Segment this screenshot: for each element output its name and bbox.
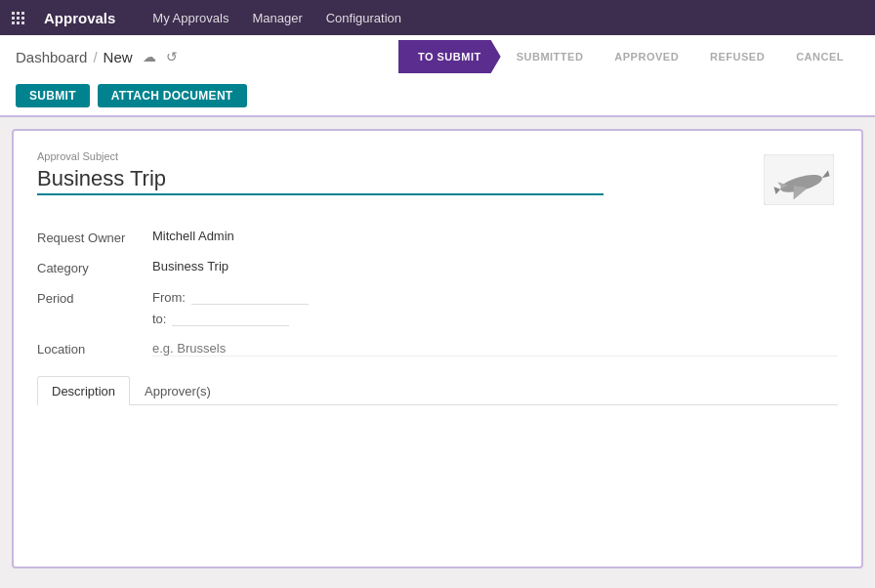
period-to-row: to:: [152, 311, 838, 326]
attach-document-button[interactable]: ATTACH DOCUMENT: [98, 84, 247, 107]
app-title: Approvals: [44, 10, 115, 26]
tab-approvers[interactable]: Approver(s): [130, 376, 226, 405]
period-from-input[interactable]: [191, 289, 309, 305]
action-buttons: SUBMIT ATTACH DOCUMENT: [0, 78, 875, 115]
location-label: Location: [37, 340, 145, 357]
breadcrumb-separator: /: [93, 49, 97, 65]
category-label: Category: [37, 259, 145, 275]
submit-button[interactable]: SUBMIT: [16, 84, 90, 107]
tab-description[interactable]: Description: [37, 376, 130, 405]
status-to-submit[interactable]: TO SUBMIT: [398, 40, 501, 73]
subject-input[interactable]: [37, 166, 604, 195]
request-owner-value[interactable]: Mitchell Admin: [152, 229, 838, 245]
status-submitted[interactable]: SUBMITTED: [501, 40, 600, 73]
request-owner-label: Request Owner: [37, 229, 145, 245]
status-cancel[interactable]: CANCEL: [780, 40, 859, 73]
period-to-label: to:: [152, 312, 166, 326]
top-navigation: Approvals My Approvals Manager Configura…: [0, 0, 875, 35]
tab-content-description: [37, 405, 838, 523]
form-tabs: Description Approver(s): [37, 376, 838, 405]
form-header: Approval Subject: [37, 150, 838, 209]
breadcrumb: Dashboard / New ☁ ↺: [16, 49, 178, 65]
status-bar: TO SUBMIT SUBMITTED APPROVED REFUSED CAN…: [398, 40, 859, 73]
period-from-label: From:: [152, 290, 186, 305]
nav-links: My Approvals Manager Configuration: [143, 7, 411, 29]
subject-section: Approval Subject: [37, 150, 604, 195]
breadcrumb-current: New: [104, 49, 133, 65]
breadcrumb-row: Dashboard / New ☁ ↺ TO SUBMIT SUBMITTED …: [0, 35, 875, 78]
form-content: Approval Subject Request Own: [12, 129, 863, 568]
nav-configuration[interactable]: Configuration: [316, 7, 411, 29]
top-area: Dashboard / New ☁ ↺ TO SUBMIT SUBMITTED …: [0, 35, 875, 117]
category-icon: [760, 150, 838, 209]
status-refused[interactable]: REFUSED: [694, 40, 780, 73]
period-group: From: to:: [152, 289, 838, 326]
nav-manager[interactable]: Manager: [242, 7, 312, 29]
subject-label: Approval Subject: [37, 150, 604, 162]
plane-icon: [764, 154, 834, 205]
nav-my-approvals[interactable]: My Approvals: [143, 7, 238, 29]
apps-menu-icon[interactable]: [12, 12, 24, 24]
period-label: Period: [37, 289, 145, 326]
status-approved[interactable]: APPROVED: [599, 40, 694, 73]
breadcrumb-parent[interactable]: Dashboard: [16, 49, 87, 65]
cloud-icon[interactable]: ☁: [143, 49, 156, 64]
refresh-icon[interactable]: ↺: [166, 49, 178, 64]
form-fields: Request Owner Mitchell Admin Category Bu…: [37, 229, 838, 357]
location-input[interactable]: [152, 340, 838, 357]
category-value[interactable]: Business Trip: [152, 259, 838, 275]
period-from-row: From:: [152, 289, 838, 305]
period-to-input[interactable]: [172, 311, 289, 326]
